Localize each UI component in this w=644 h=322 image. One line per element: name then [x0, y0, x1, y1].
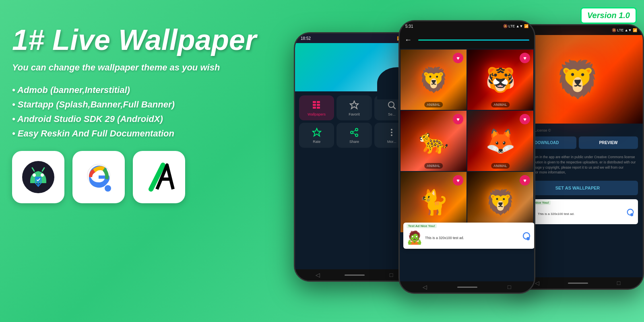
svg-marker-19 — [313, 128, 321, 136]
phone1-navbar: ◁ □ — [295, 269, 413, 281]
back-arrow-icon[interactable]: ← — [405, 36, 412, 44]
phone1-status-bar: 18:52 📶 🔋 — [295, 33, 413, 43]
rate-label: Rate — [313, 140, 320, 144]
feature-1: • Admob (banner,Interstitial) — [12, 85, 262, 95]
svg-line-18 — [393, 107, 395, 109]
more-label: Mor... — [387, 140, 396, 144]
svg-rect-12 — [317, 101, 320, 103]
animal-label-3: ANIMAL — [424, 163, 443, 169]
animal-label-4: ANIMAL — [491, 163, 510, 169]
wallpapers-label: Wallpapers — [308, 112, 326, 116]
logos-row — [12, 151, 262, 203]
subtitle: You can change the wallpaper theme as yo… — [12, 62, 262, 73]
phone2-topbar: ← — [400, 31, 534, 49]
phone2-time: 5:31 — [405, 24, 413, 29]
svg-point-29 — [526, 237, 530, 240]
heart-btn-4[interactable]: ♥ — [520, 114, 530, 124]
wallpaper-grid: 🦁 ♥ ANIMAL 🐯 ♥ ANIMAL 🐆 — [400, 49, 534, 233]
wallpaper-cell-3[interactable]: 🐆 ♥ ANIMAL — [400, 111, 466, 171]
phone2-content: ← 🦁 ♥ ANIMAL 🐯 ♥ — [400, 31, 534, 293]
ad-logo-3 — [626, 208, 635, 219]
ad-text-3: This is a 320x100 test ad. — [538, 212, 623, 216]
phone1-content: Wallpapers Favorit — [295, 43, 413, 281]
left-section: 1# Live Wallpaper You can change the wal… — [12, 24, 262, 203]
drawer-menu: Wallpapers Favorit — [295, 91, 413, 152]
heart-btn-2[interactable]: ♥ — [520, 53, 530, 63]
svg-point-26 — [391, 132, 392, 133]
animal-label-1: ANIMAL — [424, 102, 443, 107]
menu-share[interactable]: Share — [336, 123, 372, 148]
favorit-label: Favorit — [349, 112, 360, 116]
rate-icon — [311, 127, 322, 138]
wallpaper-cell-2[interactable]: 🐯 ♥ ANIMAL — [467, 50, 533, 110]
preview-button[interactable]: PREVIEW — [579, 136, 638, 149]
svg-rect-14 — [313, 107, 316, 109]
phone1-bg — [295, 43, 413, 91]
action-buttons: DOWNLOAD PREVIEW — [517, 136, 638, 149]
heart-btn-6[interactable]: ♥ — [520, 175, 530, 186]
heart-btn-5[interactable]: ♥ — [453, 175, 463, 186]
svg-point-20 — [355, 128, 358, 131]
svg-rect-15 — [317, 107, 320, 109]
phone2-status-bar: 5:31 🔕 LTE ▲▼ 📶 — [400, 21, 534, 31]
phone-1: 18:52 📶 🔋 — [294, 32, 415, 282]
svg-marker-16 — [350, 101, 358, 109]
wallpapers-icon — [311, 99, 322, 111]
phone2-navbar: ◁ □ — [400, 281, 534, 293]
search-label: Se... — [388, 112, 396, 116]
wallpaper-cell-1[interactable]: 🦁 ♥ ANIMAL — [400, 50, 466, 110]
svg-rect-11 — [313, 104, 316, 106]
startapp-logo — [133, 151, 185, 203]
share-label: Share — [349, 140, 359, 144]
version-badge: Version 1.0 — [580, 7, 637, 24]
ad-banner-3: Test Ad Nice You! 🧟 This is a 320x100 te… — [517, 199, 638, 224]
svg-point-27 — [391, 134, 392, 136]
phone1-time: 18:52 — [301, 36, 311, 41]
admob-logo — [72, 151, 125, 203]
more-icon — [386, 127, 397, 138]
heart-btn-1[interactable]: ♥ — [453, 53, 463, 63]
license-text: Commons License © — [517, 128, 638, 132]
feature-3: • Android Studio SDK 29 (AndroidX) — [12, 114, 262, 124]
svg-point-25 — [391, 129, 392, 130]
svg-rect-10 — [313, 101, 316, 103]
svg-point-1 — [33, 173, 36, 177]
feature-2: • Startapp (Splash,Banner,Full Banner) — [12, 99, 262, 110]
ad-banner-2: Test Ad Nice You! 🧟 This is a 320x100 te… — [403, 223, 535, 249]
admob-icon — [82, 160, 116, 194]
menu-wallpapers[interactable]: Wallpapers — [299, 95, 334, 120]
phones-section: 18:52 📶 🔋 — [282, 0, 644, 322]
feature-4: • Easy Reskin And Full Documentation — [12, 128, 262, 139]
set-wallpaper-button[interactable]: SET AS WALLPAPER — [517, 181, 638, 195]
svg-point-7 — [105, 185, 111, 192]
menu-favorit[interactable]: Favorit — [336, 95, 372, 120]
android-studio-icon — [20, 159, 56, 195]
ad-monster-2: 🧟 — [407, 230, 423, 245]
menu-rate[interactable]: Rate — [299, 123, 334, 148]
svg-rect-13 — [317, 104, 320, 106]
phone3-icons: 🔕 LTE ▲▼ 📶 — [612, 28, 637, 32]
favorit-icon — [349, 99, 360, 111]
svg-point-21 — [351, 131, 353, 134]
svg-line-24 — [353, 133, 355, 135]
svg-line-23 — [353, 130, 355, 132]
svg-point-2 — [41, 173, 44, 177]
main-title: 1# Live Wallpaper — [12, 24, 262, 56]
android-studio-logo — [12, 151, 64, 203]
search-icon — [386, 99, 397, 111]
phone2-icons: 🔕 LTE ▲▼ 📶 — [503, 24, 528, 28]
svg-point-22 — [355, 134, 358, 136]
ad-tag-2: Test Ad Nice You! — [407, 224, 437, 228]
svg-point-31 — [630, 213, 633, 216]
ad-text-2: This is a 320x100 test ad. — [425, 236, 519, 240]
phone-2: 5:31 🔕 LTE ▲▼ 📶 ← 🦁 ♥ ANIMAL — [398, 20, 535, 294]
share-icon — [349, 127, 360, 138]
animal-label-2: ANIMAL — [491, 102, 510, 107]
ad-logo-2 — [522, 231, 531, 243]
wallpaper-cell-4[interactable]: 🦊 ♥ ANIMAL — [467, 111, 533, 171]
startapp-icon — [143, 161, 175, 193]
heart-btn-3[interactable]: ♥ — [453, 114, 463, 124]
description-text: papers shown in the app are either in pu… — [517, 155, 638, 175]
features-list: • Admob (banner,Interstitial) • Startapp… — [12, 85, 262, 139]
